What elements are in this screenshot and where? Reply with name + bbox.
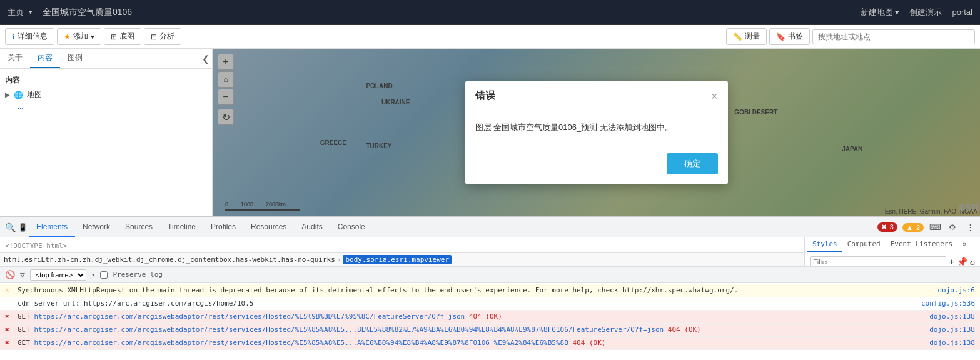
add-style-icon[interactable]: + (949, 257, 954, 266)
content-label: 内容 (5, 74, 207, 87)
add-icon: ★ (64, 32, 71, 41)
devtools-tab-network[interactable]: Network (75, 218, 118, 238)
add-button[interactable]: ★ 添加 ▾ (57, 28, 101, 45)
detail-info-button[interactable]: ℹ 详细信息 (5, 28, 54, 45)
analysis-button[interactable]: ⊡ 分析 (144, 28, 181, 45)
clear-console-icon[interactable]: 🚫 (5, 270, 15, 279)
bookmark-button[interactable]: 🔖 书签 (769, 28, 810, 45)
refresh-style-icon[interactable]: ↻ (970, 257, 975, 266)
info-msg-source[interactable]: config.js:536 (921, 299, 975, 309)
info-msg-text: cdn server url: https://arc.arcgiser.com… (18, 299, 917, 309)
top-bar: 主页 ▾ 全国城市空气质量0106 新建地图 ▾ 创建演示 portal (0, 0, 980, 25)
styles-tab-more[interactable]: » (957, 238, 972, 252)
frame-dropdown-icon[interactable]: ▾ (91, 271, 96, 279)
expand-more[interactable]: ... (5, 102, 207, 110)
pin-style-icon[interactable]: 📌 (957, 257, 967, 266)
error-dialog: 错误 × 图层 全国城市空气质量0106_预测 无法添加到地图中。 确定 (465, 81, 728, 184)
map-layer-label: 地图 (27, 89, 42, 100)
devtools-tab-timeline[interactable]: Timeline (160, 218, 203, 238)
devtools-tab-sources[interactable]: Sources (118, 218, 160, 238)
dialog-header: 错误 × (465, 81, 728, 109)
dialog-confirm-button[interactable]: 确定 (667, 153, 718, 174)
devtools-tabs: 🔍 📱 Elements Network Sources Timeline Pr… (0, 218, 980, 238)
sidebar-tab-about[interactable]: 关于 (0, 49, 30, 68)
create-demo-link[interactable]: 创建演示 (909, 7, 942, 18)
devtools-inspect-icon[interactable]: 🔍 (4, 221, 16, 234)
devtools-tab-audits[interactable]: Audits (294, 218, 330, 238)
dialog-overlay: 错误 × 图层 全国城市空气质量0106_预测 无法添加到地图中。 确定 (213, 49, 980, 216)
measure-label: 测量 (745, 31, 760, 42)
error-msg-text-2: GET https://arc.arcgiser.com/arcgiswebad… (18, 325, 926, 335)
error-msg-icon-2: ✖ (5, 325, 14, 335)
measure-button[interactable]: 📏 测量 (726, 28, 767, 45)
warn-badge: ▲ 2 (902, 223, 924, 232)
error-msg-text-3: GET https://arc.arcgiser.com/arcgiswebad… (18, 338, 926, 348)
error-source-1[interactable]: dojo.js:138 (929, 312, 975, 322)
frame-selector[interactable]: <top frame> (30, 269, 86, 281)
search-input[interactable] (812, 29, 975, 44)
home-dropdown-icon[interactable]: ▾ (29, 8, 33, 16)
error-source-2[interactable]: dojo.js:138 (929, 325, 975, 335)
error-url-1[interactable]: https://arc.arcgiser.com/arcgiswebadapto… (34, 312, 465, 321)
devtools-tab-resources[interactable]: Resources (243, 218, 294, 238)
error-count: 3 (890, 223, 894, 231)
styles-tabs: Styles Computed Event Listeners » (805, 238, 980, 252)
sidebar-tree-map[interactable]: ▶ 🌐 地图 (5, 87, 207, 102)
devtools-settings-icon[interactable]: ⚙ (946, 221, 959, 234)
error-msg-text-1: GET https://arc.arcgiser.com/arcgiswebad… (18, 312, 926, 322)
tree-collapse-arrow[interactable]: ▶ (5, 91, 10, 98)
devtools: 🔍 📱 Elements Network Sources Timeline Pr… (0, 216, 980, 360)
analysis-icon: ⊡ (151, 32, 157, 41)
error-icon: ✖ (881, 223, 887, 231)
toolbar: ℹ 详细信息 ★ 添加 ▾ ⊞ 底图 ⊡ 分析 📏 测量 🔖 书签 (0, 25, 980, 49)
styles-filter-row: + 📌 ↻ (810, 256, 975, 266)
console-panel: 🚫 ▽ <top frame> ▾ Preserve log ⚠ Synchro… (0, 266, 980, 360)
new-map-button[interactable]: 新建地图 ▾ (861, 7, 900, 18)
console-msg-error-3: ✖ GET https://arc.arcgiser.com/arcgisweb… (0, 337, 980, 350)
styles-tab-event-listeners[interactable]: Event Listeners (886, 238, 957, 252)
dialog-close-button[interactable]: × (711, 91, 718, 102)
sidebar-tab-content[interactable]: 内容 (30, 49, 60, 68)
styles-panel: Styles Computed Event Listeners » + 📌 ↻ … (805, 238, 980, 266)
breadcrumb-html[interactable]: html.esriLtr.zh-cn.zh.dj_webkit.dj_chrom… (4, 256, 335, 264)
info-icon: ℹ (12, 32, 15, 41)
bookmark-label: 书签 (788, 31, 803, 42)
dialog-body: 图层 全国城市空气质量0106_预测 无法添加到地图中。 (465, 109, 728, 148)
sidebar-tab-legend[interactable]: 图例 (60, 49, 90, 68)
portal-link[interactable]: portal (952, 8, 972, 17)
devtools-more-icon[interactable]: ⋮ (964, 221, 976, 234)
basemap-icon: ⊞ (111, 32, 117, 41)
styles-filter-input[interactable] (810, 256, 946, 266)
home-link[interactable]: 主页 (8, 7, 24, 18)
page-title: 全国城市空气质量0106 (43, 7, 132, 18)
error-url-3[interactable]: https://arc.arcgiser.com/arcgiswebadapto… (34, 339, 568, 347)
warn-msg-source[interactable]: dojo.js:6 (937, 286, 975, 296)
warn-msg-text: Synchronous XMLHttpRequest on the main t… (18, 286, 934, 296)
devtools-tab-profiles[interactable]: Profiles (203, 218, 243, 238)
styles-tab-styles[interactable]: Styles (807, 238, 842, 252)
devtools-tab-elements[interactable]: Elements (29, 218, 75, 238)
preserve-log-label: Preserve log (113, 271, 162, 279)
breadcrumb-body[interactable]: body.soria.esri.mapviewer (343, 255, 452, 264)
map-layer-icon: 🌐 (14, 91, 23, 99)
sidebar-collapse-icon[interactable]: ❮ (202, 54, 210, 64)
filter-icon[interactable]: ▽ (20, 270, 25, 279)
error-source-3[interactable]: dojo.js:138 (929, 338, 975, 348)
preserve-log-checkbox[interactable] (100, 271, 108, 279)
console-msg-error-2: ✖ GET https://arc.arcgiser.com/arcgisweb… (0, 324, 980, 337)
devtools-mobile-icon[interactable]: 📱 (16, 221, 29, 234)
devtools-top: <!DOCTYPE html> ▶ <html dir="ltr" class=… (0, 238, 980, 266)
sidebar: 关于 内容 图例 ❮ 内容 ▶ 🌐 地图 ... (0, 49, 213, 216)
devtools-terminal-icon[interactable]: ⌨ (929, 221, 941, 234)
error-badge: ✖ 3 (877, 222, 897, 232)
dom-line-doctype: <!DOCTYPE html> (0, 240, 804, 252)
basemap-button[interactable]: ⊞ 底图 (104, 28, 141, 45)
detail-info-label: 详细信息 (18, 31, 48, 42)
styles-tab-computed[interactable]: Computed (842, 238, 886, 252)
warn-msg-icon: ⚠ (5, 286, 14, 296)
devtools-tab-console[interactable]: Console (330, 218, 373, 238)
devtools-main: <!DOCTYPE html> ▶ <html dir="ltr" class=… (0, 238, 980, 360)
console-messages: ⚠ Synchronous XMLHttpRequest on the main… (0, 283, 980, 360)
map-area: POLAND UKRAINE TURKEY GREECE TIEN SHAN G… (213, 49, 980, 216)
error-url-2[interactable]: https://arc.arcgiser.com/arcgiswebadapto… (34, 326, 664, 334)
